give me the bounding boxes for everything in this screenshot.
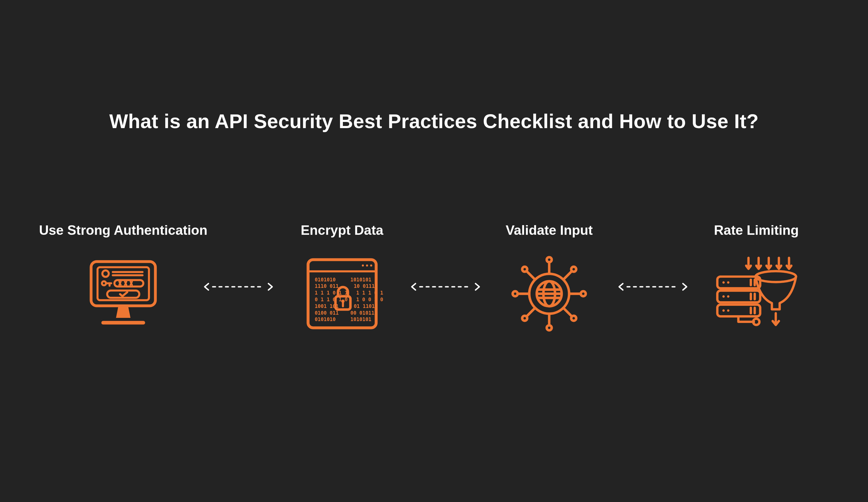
svg-text:0100 011: 0100 011: [314, 310, 338, 316]
svg-point-22: [370, 265, 372, 267]
svg-line-54: [527, 308, 535, 316]
svg-point-45: [547, 325, 552, 330]
svg-point-74: [723, 295, 725, 298]
item-label: Use Strong Authentication: [39, 223, 208, 238]
svg-point-43: [547, 257, 552, 263]
diagram-title: What is an API Security Best Practices C…: [0, 110, 868, 133]
svg-point-2: [102, 270, 109, 277]
svg-point-21: [366, 265, 368, 267]
svg-text:1010101: 1010101: [350, 317, 371, 322]
items-row: Use Strong Authentication: [43, 223, 825, 337]
svg-text:1 1  1 0 1: 1 1 1 0 1: [356, 290, 383, 296]
item-validate: Validate Input: [480, 223, 618, 337]
validate-input-gear-icon: [506, 251, 592, 337]
svg-point-47: [513, 291, 518, 296]
connector-arrow-icon: [204, 281, 273, 292]
item-authentication: Use Strong Authentication: [43, 223, 204, 337]
rate-limiting-funnel-icon: [713, 251, 799, 337]
encrypt-data-icon: 0101010 1110 011 1 1 1 0 1 1 0 1 1 0 1 0…: [299, 251, 385, 337]
svg-point-49: [581, 291, 586, 296]
svg-point-55: [522, 316, 527, 321]
svg-point-75: [727, 295, 730, 298]
svg-point-20: [362, 265, 364, 267]
svg-text:0101010: 0101010: [314, 277, 335, 283]
item-rate-limiting: Rate Limiting: [688, 223, 825, 337]
svg-text:1 1 1  0 1 1: 1 1 1 0 1 1: [314, 290, 348, 296]
svg-text:1110 011: 1110 011: [314, 283, 338, 289]
svg-text:0101010: 0101010: [314, 317, 335, 322]
diagram-canvas: What is an API Security Best Practices C…: [0, 0, 868, 502]
item-label: Validate Input: [506, 223, 592, 238]
connector-arrow-icon: [618, 281, 688, 292]
svg-line-56: [564, 308, 572, 316]
item-encrypt: Encrypt Data 0101010 1110 011: [273, 223, 411, 337]
svg-text:1010101: 1010101: [350, 277, 371, 283]
svg-point-85: [755, 271, 796, 282]
svg-line-50: [527, 271, 535, 279]
svg-point-76: [723, 309, 725, 312]
item-label: Encrypt Data: [301, 223, 383, 238]
svg-point-72: [723, 281, 725, 284]
svg-text:1 0  0 1 0: 1 0 0 1 0: [356, 297, 383, 302]
authentication-monitor-icon: [80, 251, 166, 337]
svg-text:01 1101: 01 1101: [354, 304, 374, 309]
svg-point-57: [571, 316, 576, 321]
svg-point-84: [753, 319, 760, 325]
svg-text:10 0111: 10 0111: [354, 283, 374, 289]
svg-text:00 01011: 00 01011: [350, 310, 374, 316]
svg-point-77: [727, 309, 730, 312]
item-label: Rate Limiting: [714, 223, 799, 238]
svg-line-52: [564, 271, 572, 279]
svg-point-53: [571, 267, 576, 272]
svg-point-51: [522, 267, 527, 272]
svg-point-73: [727, 281, 730, 284]
connector-arrow-icon: [411, 281, 480, 292]
